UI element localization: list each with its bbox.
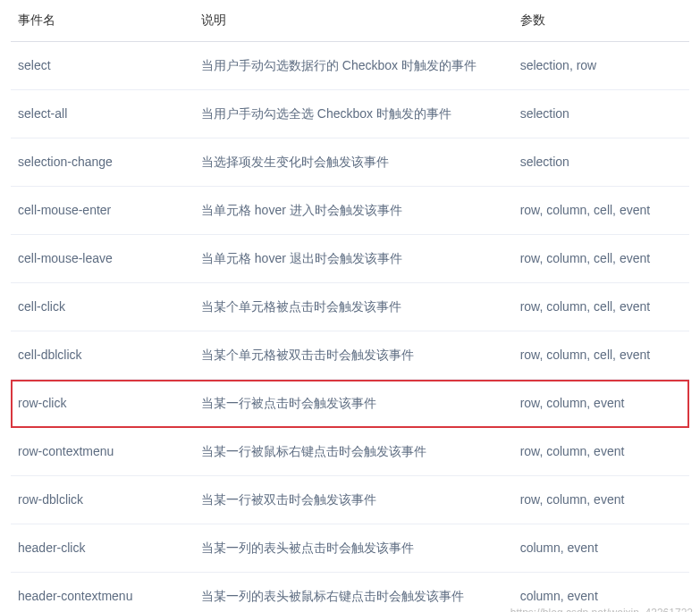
event-name-cell: select-all [11,90,194,138]
event-desc-cell: 当单元格 hover 进入时会触发该事件 [194,187,513,235]
event-params-cell: row, column, cell, event [513,331,689,380]
event-desc-cell: 当某一列的表头被点击时会触发该事件 [194,524,513,573]
watermark-text: https://blog.csdn.net/weixin_43361722 [510,607,693,612]
table-row: select当用户手动勾选数据行的 Checkbox 时触发的事件selecti… [11,42,689,90]
event-params-cell: row, column, cell, event [513,235,689,283]
table-row: header-click当某一列的表头被点击时会触发该事件column, eve… [11,524,689,573]
event-params-cell: selection [513,138,689,187]
table-row: row-dblclick当某一行被双击时会触发该事件row, column, e… [11,476,689,524]
event-params-cell: row, column, event [513,380,689,428]
table-row: cell-dblclick当某个单元格被双击击时会触发该事件row, colum… [11,331,689,380]
event-params-cell: selection, row [513,42,689,90]
event-desc-cell: 当某一行被双击时会触发该事件 [194,476,513,524]
event-params-cell: selection [513,90,689,138]
event-name-cell: cell-mouse-leave [11,235,194,283]
event-desc-cell: 当选择项发生变化时会触发该事件 [194,138,513,187]
event-desc-cell: 当某个单元格被双击击时会触发该事件 [194,331,513,380]
header-event-name: 事件名 [11,0,194,42]
event-name-cell: cell-dblclick [11,331,194,380]
table-row: cell-click当某个单元格被点击时会触发该事件row, column, c… [11,283,689,331]
table-row: row-click当某一行被点击时会触发该事件row, column, even… [11,380,689,428]
event-name-cell: header-contextmenu [11,573,194,613]
table-body: select当用户手动勾选数据行的 Checkbox 时触发的事件selecti… [11,42,689,613]
table-row: selection-change当选择项发生变化时会触发该事件selection [11,138,689,187]
event-name-cell: row-click [11,380,194,428]
table-header-row: 事件名 说明 参数 [11,0,689,42]
header-description: 说明 [194,0,513,42]
event-desc-cell: 当某一列的表头被鼠标右键点击时会触发该事件 [194,573,513,613]
event-params-cell: row, column, cell, event [513,283,689,331]
event-name-cell: cell-mouse-enter [11,187,194,235]
event-desc-cell: 当某一行被鼠标右键点击时会触发该事件 [194,428,513,476]
event-params-cell: column, event [513,524,689,573]
event-desc-cell: 当用户手动勾选全选 Checkbox 时触发的事件 [194,90,513,138]
event-desc-cell: 当某个单元格被点击时会触发该事件 [194,283,513,331]
event-name-cell: row-dblclick [11,476,194,524]
event-desc-cell: 当某一行被点击时会触发该事件 [194,380,513,428]
event-params-cell: row, column, event [513,428,689,476]
events-table-container: 事件名 说明 参数 select当用户手动勾选数据行的 Checkbox 时触发… [0,0,700,612]
event-desc-cell: 当用户手动勾选数据行的 Checkbox 时触发的事件 [194,42,513,90]
header-params: 参数 [513,0,689,42]
event-params-cell: row, column, cell, event [513,187,689,235]
table-row: cell-mouse-leave当单元格 hover 退出时会触发该事件row,… [11,235,689,283]
event-name-cell: header-click [11,524,194,573]
table-row: row-contextmenu当某一行被鼠标右键点击时会触发该事件row, co… [11,428,689,476]
table-row: cell-mouse-enter当单元格 hover 进入时会触发该事件row,… [11,187,689,235]
event-name-cell: selection-change [11,138,194,187]
event-desc-cell: 当单元格 hover 退出时会触发该事件 [194,235,513,283]
events-table: 事件名 说明 参数 select当用户手动勾选数据行的 Checkbox 时触发… [11,0,689,612]
event-name-cell: cell-click [11,283,194,331]
event-params-cell: row, column, event [513,476,689,524]
event-name-cell: select [11,42,194,90]
event-name-cell: row-contextmenu [11,428,194,476]
table-row: select-all当用户手动勾选全选 Checkbox 时触发的事件selec… [11,90,689,138]
